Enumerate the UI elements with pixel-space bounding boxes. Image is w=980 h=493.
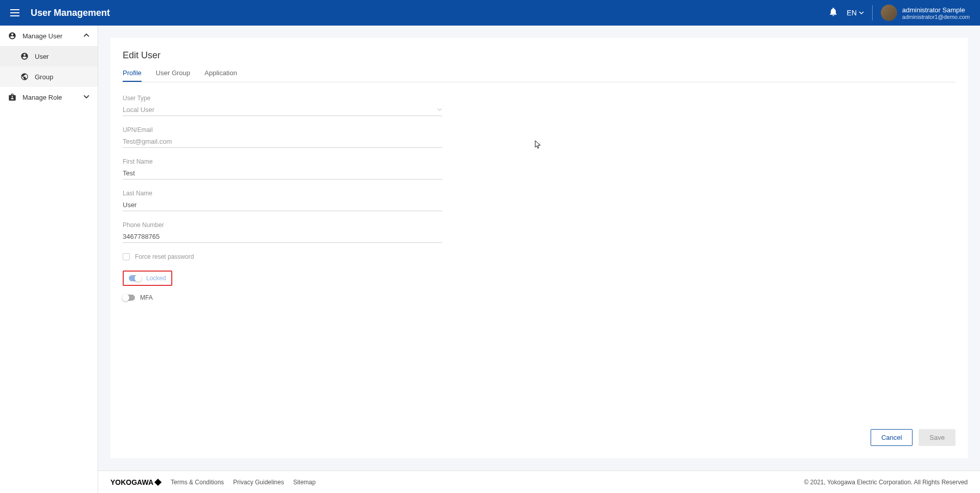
tabs: Profile User Group Application xyxy=(123,69,955,82)
sidebar-item-label: Group xyxy=(35,73,53,81)
last-name-input[interactable]: User xyxy=(123,199,442,211)
field-label: First Name xyxy=(123,158,442,165)
header-divider xyxy=(872,5,873,20)
sidebar-item-label: User xyxy=(35,53,49,60)
phone-number-input[interactable]: 3467788765 xyxy=(123,231,442,243)
upn-email-field: UPN/Email Test@gmail.com xyxy=(123,126,442,148)
language-label: EN xyxy=(847,9,856,17)
field-value: Local User xyxy=(123,106,154,114)
locked-highlight: Locked xyxy=(123,271,172,286)
sidebar: Manage User User Group Manage Role xyxy=(0,26,98,493)
first-name-field: First Name Test xyxy=(123,158,442,180)
field-label: User Type xyxy=(123,95,442,102)
field-label: Phone Number xyxy=(123,221,442,229)
tab-user-group[interactable]: User Group xyxy=(156,69,190,82)
main-content: Edit User Profile User Group Application… xyxy=(98,26,980,470)
cancel-button[interactable]: Cancel xyxy=(871,429,913,446)
form-footer: Cancel Save xyxy=(123,419,955,446)
sidebar-item-group[interactable]: Group xyxy=(0,66,98,87)
checkbox-label: Force reset password xyxy=(135,253,194,260)
chevron-up-icon xyxy=(83,32,89,40)
terms-link[interactable]: Terms & Conditions xyxy=(171,479,224,486)
locked-toggle[interactable] xyxy=(129,275,141,281)
first-name-input[interactable]: Test xyxy=(123,167,442,180)
user-profile[interactable]: administrator Sample administrator1@demo… xyxy=(881,5,970,21)
toggle-label: MFA xyxy=(140,294,153,301)
field-label: Last Name xyxy=(123,190,442,197)
app-title: User Management xyxy=(31,8,110,18)
sidebar-item-label: Manage Role xyxy=(22,94,62,101)
field-value: User xyxy=(123,201,136,209)
chevron-down-icon xyxy=(437,106,442,114)
tab-application[interactable]: Application xyxy=(204,69,237,82)
copyright-text: © 2021, Yokogawa Electric Corporation. A… xyxy=(804,479,968,486)
force-reset-row: Force reset password xyxy=(123,253,442,260)
user-type-field: User Type Local User xyxy=(123,95,442,116)
user-circle-icon xyxy=(8,32,16,40)
force-reset-checkbox[interactable] xyxy=(123,253,130,260)
last-name-field: Last Name User xyxy=(123,190,442,211)
upn-email-input[interactable]: Test@gmail.com xyxy=(123,136,442,148)
badge-icon xyxy=(8,93,16,101)
globe-icon xyxy=(20,73,29,81)
header: User Management EN administrator Sample … xyxy=(0,0,980,26)
user-name: administrator Sample xyxy=(902,6,970,14)
menu-toggle-button[interactable] xyxy=(10,7,22,19)
sidebar-item-label: Manage User xyxy=(22,32,62,40)
language-selector[interactable]: EN xyxy=(847,9,863,17)
notifications-icon[interactable] xyxy=(828,7,838,19)
diamond-icon xyxy=(154,478,162,485)
sitemap-link[interactable]: Sitemap xyxy=(293,479,315,486)
mfa-row: MFA xyxy=(123,294,442,301)
phone-number-field: Phone Number 3467788765 xyxy=(123,221,442,243)
chevron-down-icon xyxy=(83,94,89,101)
footer: YOKOGAWA Terms & Conditions Privacy Guid… xyxy=(98,470,980,493)
sidebar-item-user[interactable]: User xyxy=(0,46,98,66)
brand-logo: YOKOGAWA xyxy=(110,478,161,486)
page-title: Edit User xyxy=(123,50,955,61)
mfa-toggle[interactable] xyxy=(123,295,135,301)
user-icon xyxy=(20,52,29,60)
field-value: Test xyxy=(123,169,135,177)
toggle-label: Locked xyxy=(146,275,166,282)
sidebar-item-manage-user[interactable]: Manage User xyxy=(0,26,98,46)
tab-profile[interactable]: Profile xyxy=(123,69,142,82)
edit-user-card: Edit User Profile User Group Application… xyxy=(110,38,968,458)
profile-form: User Type Local User UPN/Email Test@gmai… xyxy=(123,95,442,309)
save-button[interactable]: Save xyxy=(919,429,955,446)
field-value: 3467788765 xyxy=(123,233,159,240)
chevron-down-icon xyxy=(859,10,864,15)
privacy-link[interactable]: Privacy Guidelines xyxy=(233,479,284,486)
user-type-select[interactable]: Local User xyxy=(123,104,442,116)
user-email: administrator1@demo.com xyxy=(902,14,970,20)
avatar xyxy=(881,5,897,21)
field-value: Test@gmail.com xyxy=(123,138,172,145)
sidebar-item-manage-role[interactable]: Manage Role xyxy=(0,87,98,107)
field-label: UPN/Email xyxy=(123,126,442,133)
